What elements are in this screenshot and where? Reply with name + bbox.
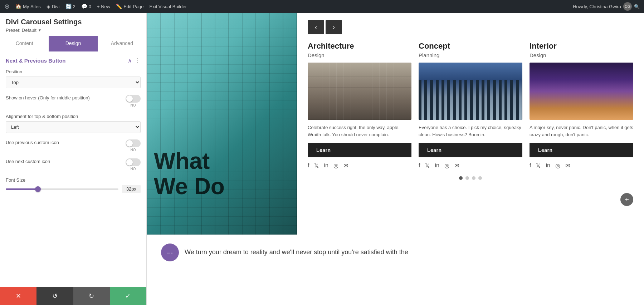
twitter-icon-2[interactable]: 𝕏 (425, 162, 430, 169)
email-icon-2[interactable]: ✉ (454, 162, 459, 169)
show-hover-value: NO (131, 103, 136, 107)
position-field: Position Top Middle Bottom (6, 69, 141, 88)
card-2-category: Concept (419, 41, 522, 51)
font-size-field: Font Size 32px (6, 177, 141, 193)
dot-4[interactable] (478, 176, 482, 180)
undo-button[interactable]: ↺ (36, 287, 73, 305)
toggle-knob (126, 95, 133, 102)
save-button[interactable]: ✓ (110, 287, 146, 305)
card-3-social: f 𝕏 in ◎ ✉ (530, 162, 633, 169)
carousel-next-button[interactable]: › (326, 20, 342, 34)
preview-area: What We Do ‹ › Architecture Design (147, 13, 644, 305)
card-2-image (419, 63, 522, 120)
main-container: Divi Carousel Settings Preset: Default ▼… (0, 13, 644, 305)
section-title: Next & Previous Button (6, 58, 66, 64)
instagram-icon-2[interactable]: ◎ (444, 162, 449, 169)
show-hover-toggle-control[interactable] (126, 95, 141, 103)
panel-content: Next & Previous Button ∧ ⋮ Position Top … (0, 51, 146, 287)
tab-content[interactable]: Content (0, 36, 49, 51)
card-1-category: Architecture (308, 41, 411, 51)
card-1-image (308, 63, 411, 120)
slider-fill (6, 188, 37, 190)
panel-header: Divi Carousel Settings Preset: Default ▼ (0, 13, 146, 36)
card-2-subtitle: Planning (419, 52, 522, 58)
facebook-icon-2[interactable]: f (419, 162, 420, 169)
prev-icon-toggle[interactable]: NO (126, 139, 141, 152)
my-sites-menu[interactable]: 🏠 My Sites (15, 4, 41, 9)
alignment-field: Alignment for top & bottom position Left… (6, 114, 141, 133)
search-icon[interactable]: 🔍 (634, 4, 640, 9)
card-2-desc: Everyone has a choice. I pick my choice,… (419, 124, 522, 138)
hero-background: What We Do (147, 13, 297, 235)
card-1-image-inner (308, 63, 411, 120)
twitter-icon[interactable]: 𝕏 (314, 162, 319, 169)
card-2-learn-button[interactable]: Learn (419, 143, 522, 157)
bubbles-menu[interactable]: 💬 0 (81, 4, 91, 9)
linkedin-icon-2[interactable]: in (435, 162, 439, 169)
next-icon-toggle-row: Use next custom icon NO (6, 158, 141, 171)
card-1: Architecture Design Celebrate success ri… (308, 41, 411, 169)
new-button[interactable]: + New (97, 4, 110, 9)
position-label: Position (6, 69, 141, 74)
card-2: Concept Planning Everyone has a choice. … (419, 41, 522, 169)
section-options-icon[interactable]: ⋮ (135, 57, 141, 64)
card-3-learn-button[interactable]: Learn (530, 143, 633, 157)
cards-row: Architecture Design Celebrate success ri… (308, 41, 633, 169)
hero-text: What We Do (147, 148, 297, 199)
card-1-learn-button[interactable]: Learn (308, 143, 411, 157)
comments-menu[interactable]: 🔄 2 (65, 4, 75, 9)
instagram-icon-3[interactable]: ◎ (555, 162, 560, 169)
position-select[interactable]: Top Middle Bottom (6, 77, 141, 88)
prev-icon-value: NO (131, 148, 136, 152)
exit-builder-button[interactable]: Exit Visual Builder (150, 4, 187, 9)
dot-3[interactable] (472, 176, 475, 180)
dot-1[interactable] (459, 176, 463, 180)
edit-page-button[interactable]: ✏️ Edit Page (116, 4, 143, 9)
prev-icon-toggle-control[interactable] (126, 139, 141, 147)
twitter-icon-3[interactable]: 𝕏 (536, 162, 541, 169)
tab-design[interactable]: Design (49, 36, 97, 51)
redo-button[interactable]: ↻ (73, 287, 110, 305)
facebook-icon-3[interactable]: f (530, 162, 531, 169)
show-hover-toggle[interactable]: NO (126, 95, 141, 107)
toggle-knob-prev (126, 140, 133, 147)
next-icon-toggle-control[interactable] (126, 158, 141, 166)
card-2-image-inner (419, 63, 522, 120)
card-3-desc: A major key, never panic. Don't panic, w… (530, 124, 633, 138)
card-3-image-inner (530, 63, 633, 120)
slider-thumb[interactable] (35, 186, 41, 192)
linkedin-icon-3[interactable]: in (546, 162, 550, 169)
card-1-desc: Celebrate success right, the only way, a… (308, 124, 411, 138)
instagram-icon[interactable]: ◎ (333, 162, 338, 169)
tab-advanced[interactable]: Advanced (98, 36, 146, 51)
email-icon-3[interactable]: ✉ (565, 162, 570, 169)
avatar: CG (623, 2, 632, 11)
panel-title: Divi Carousel Settings (6, 18, 141, 26)
section-header: Next & Previous Button ∧ ⋮ (6, 57, 141, 64)
section-collapse-icon[interactable]: ∧ (128, 57, 132, 64)
chat-bubble-button[interactable]: ··· (161, 243, 179, 261)
cancel-button[interactable]: ✕ (0, 287, 36, 305)
linkedin-icon[interactable]: in (324, 162, 328, 169)
facebook-icon[interactable]: f (308, 162, 309, 169)
carousel-hero: What We Do ‹ › Architecture Design (147, 13, 644, 235)
add-section-button[interactable]: + (620, 193, 633, 206)
alignment-label: Alignment for top & bottom position (6, 114, 141, 119)
prev-icon-label: Use previous custom icon (6, 139, 59, 146)
next-icon-toggle[interactable]: NO (126, 158, 141, 171)
wp-logo-icon[interactable]: ⊕ (4, 3, 10, 10)
divi-menu[interactable]: ◈ Divi (47, 4, 60, 9)
section-controls: ∧ ⋮ (128, 57, 141, 64)
card-3-category: Interior (530, 41, 633, 51)
left-panel: Divi Carousel Settings Preset: Default ▼… (0, 13, 147, 305)
carousel-prev-button[interactable]: ‹ (308, 20, 324, 34)
dot-2[interactable] (465, 176, 469, 180)
alignment-select[interactable]: Left Center Right (6, 121, 141, 133)
prev-icon-toggle-row: Use previous custom icon NO (6, 139, 141, 152)
user-menu[interactable]: Howdy, Christina Gwira CG 🔍 (573, 2, 640, 11)
show-hover-label: Show on hover (Only for middle position) (6, 95, 90, 101)
next-icon-value: NO (131, 167, 136, 171)
bottom-section: ··· We turn your dream to reality and we… (147, 235, 644, 270)
email-icon[interactable]: ✉ (343, 162, 348, 169)
panel-preset[interactable]: Preset: Default ▼ (6, 28, 141, 33)
